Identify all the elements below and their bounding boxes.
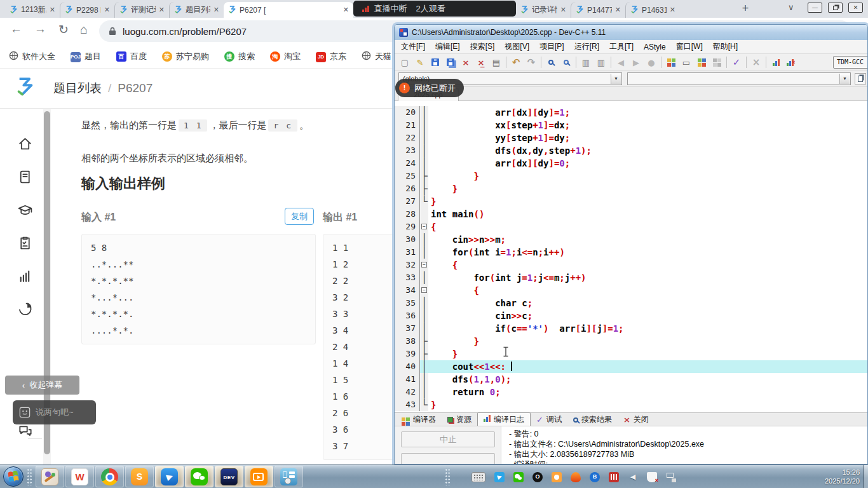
code-line[interactable]: 39├ } <box>395 348 868 360</box>
code-line[interactable]: 41│ dfs(1,1,0); <box>395 373 868 386</box>
code-line[interactable]: 29−{ <box>395 220 868 233</box>
taskbar-app-dev-cpp[interactable]: DEV <box>215 466 243 487</box>
close-all-button[interactable]: ×̲ <box>473 55 489 69</box>
code-line[interactable]: 43└} <box>395 398 868 411</box>
taskbar-app-bird-app[interactable]: ▶ <box>155 466 184 487</box>
code-line[interactable]: 25├ } <box>395 170 868 182</box>
sidebar-home-icon[interactable] <box>17 136 34 151</box>
sidebar-bar-chart-icon[interactable] <box>17 268 34 283</box>
bookmark-item[interactable]: 百百度 <box>116 51 147 62</box>
save-all-button[interactable] <box>443 55 458 69</box>
tray-security-alert-icon[interactable]: × <box>647 471 657 482</box>
browser-tab[interactable]: P14631✕ <box>625 2 680 18</box>
restore-button[interactable] <box>828 3 843 13</box>
delete-profiling-button[interactable]: × <box>783 55 799 69</box>
tray-black-circle-icon[interactable]: O <box>532 471 543 482</box>
tray-red-device-icon[interactable] <box>609 471 619 482</box>
tab-close-icon[interactable]: ✕ <box>615 6 621 14</box>
fold-collapse-icon[interactable]: − <box>421 262 427 268</box>
compile-and-run-button[interactable] <box>694 55 709 69</box>
bottom-tab-resources[interactable]: 资源 <box>442 414 477 426</box>
bookmark-item[interactable]: 搜搜索 <box>224 51 255 62</box>
copy-button[interactable]: 复制 <box>285 208 314 225</box>
goto-declaration-button[interactable] <box>855 73 866 85</box>
tab-close-icon[interactable]: ✕ <box>343 6 349 14</box>
bookmark-item[interactable]: JD京东 <box>316 51 346 62</box>
code-line[interactable]: 27└} <box>395 195 868 208</box>
code-line[interactable]: 34− { <box>395 284 868 297</box>
forward-button[interactable]: ▶ <box>628 55 644 69</box>
goto-function-button[interactable]: ▥ <box>578 55 593 69</box>
code-line[interactable]: 35│ char c; <box>395 297 868 309</box>
luogu-logo-icon[interactable] <box>17 78 34 100</box>
danmaku-input[interactable]: 说两句吧~ <box>13 400 96 424</box>
fold-marker[interactable]: − <box>420 220 428 233</box>
tray-speaker-icon[interactable]: ◀ <box>628 471 638 482</box>
tray-flame-icon[interactable] <box>571 471 581 482</box>
tray-network-disconnected-icon[interactable] <box>666 471 676 482</box>
taskbar-app-tv-app[interactable] <box>245 466 273 487</box>
back-button[interactable]: ◀ <box>613 55 628 69</box>
code-line[interactable]: 37│ if(c=='*') arr[i][j]=1; <box>395 322 868 335</box>
breadcrumb-root[interactable]: 题目列表 <box>53 81 102 95</box>
taskbar-clock[interactable]: 15:26 2025/12/20 <box>825 468 860 485</box>
bottom-tab-debug[interactable]: ✓调试 <box>531 414 567 426</box>
reload-icon[interactable]: ↻ <box>58 22 69 37</box>
forward-icon[interactable]: → <box>34 22 46 36</box>
tray-bluetooth-icon[interactable]: B <box>590 471 600 482</box>
browser-tab[interactable]: P14477✕ <box>571 2 625 18</box>
code-line[interactable]: 36│ cin>>c; <box>395 309 868 322</box>
menu-item[interactable]: 工具[T] <box>604 40 639 53</box>
new-source-button[interactable]: ▢ <box>397 55 412 69</box>
print-button[interactable]: ▤ <box>489 55 504 69</box>
debug-button[interactable]: ✓ <box>729 55 744 69</box>
code-line[interactable]: 22│ yy[step+1]=dy; <box>395 132 868 144</box>
code-line[interactable]: 42│ return 0; <box>395 386 868 398</box>
abort-compile-button[interactable]: 中止 <box>401 431 495 447</box>
bookmark-item[interactable]: 苏苏宁易购 <box>162 51 209 62</box>
tab-close-icon[interactable]: ✕ <box>159 6 165 14</box>
bookmark-item[interactable]: 软件大全 <box>9 51 55 62</box>
start-button[interactable] <box>3 466 24 487</box>
compiler-select[interactable]: TDM-GCC <box>833 56 868 69</box>
menu-item[interactable]: 编辑[E] <box>430 40 465 53</box>
fold-marker[interactable]: − <box>420 284 428 297</box>
menu-item[interactable]: 文件[F] <box>396 40 430 53</box>
secondary-log-button[interactable] <box>401 453 495 464</box>
sidebar-pie-chart-icon[interactable] <box>17 301 34 316</box>
redo-button[interactable]: ↷ <box>524 55 539 69</box>
taskbar-app-wps[interactable]: W <box>65 466 94 487</box>
browser-tab[interactable]: P2298 M✕ <box>60 2 114 18</box>
undo-button[interactable]: ↶ <box>508 55 524 69</box>
close-file-button[interactable]: × <box>458 55 473 69</box>
input-sample-block[interactable]: 5 8..*...***.*.*.***...*...*.*.*.*.....*… <box>81 234 316 344</box>
tab-list-chevron-icon[interactable]: ∨ <box>788 3 794 12</box>
menu-item[interactable]: AStyle <box>639 41 671 53</box>
sidebar-book-icon[interactable] <box>17 169 34 184</box>
tab-close-icon[interactable]: ✕ <box>50 6 55 14</box>
tab-close-icon[interactable]: ✕ <box>104 6 110 14</box>
menu-item[interactable]: 搜索[S] <box>465 40 500 53</box>
code-line[interactable]: 40│ cout<<1<<: <box>395 360 868 373</box>
chat-icon[interactable] <box>17 423 34 442</box>
tab-close-icon[interactable]: ✕ <box>670 6 675 14</box>
browser-tab[interactable]: 评测记录✕ <box>114 2 169 18</box>
save-button[interactable] <box>428 55 443 69</box>
next-bookmark-button[interactable]: ▥ <box>593 55 609 69</box>
new-tab-button[interactable]: + <box>737 1 754 17</box>
pause-button[interactable]: ● <box>644 55 659 69</box>
member-combo[interactable]: ▼ <box>627 72 851 85</box>
menu-item[interactable]: 视图[V] <box>499 40 534 53</box>
code-line[interactable]: 31│ for(int i=1;i<=n;i++) <box>395 246 868 259</box>
show-desktop-button[interactable] <box>864 465 868 488</box>
taskbar-app-paint-tool[interactable] <box>36 466 64 487</box>
bottom-tab-compile-log[interactable]: 编译日志 <box>477 412 531 426</box>
menu-item[interactable]: 窗口[W] <box>671 40 708 53</box>
code-line[interactable]: 26├ } <box>395 182 868 195</box>
fold-collapse-icon[interactable]: − <box>421 224 427 229</box>
replace-button[interactable] <box>559 55 574 69</box>
bottom-tab-search-results[interactable]: 搜索结果 <box>567 414 618 426</box>
menu-item[interactable]: 帮助[H] <box>708 40 743 53</box>
rebuild-all-button[interactable] <box>709 55 724 69</box>
code-line[interactable]: 20│ arr[dx][dy]=1; <box>395 106 868 119</box>
